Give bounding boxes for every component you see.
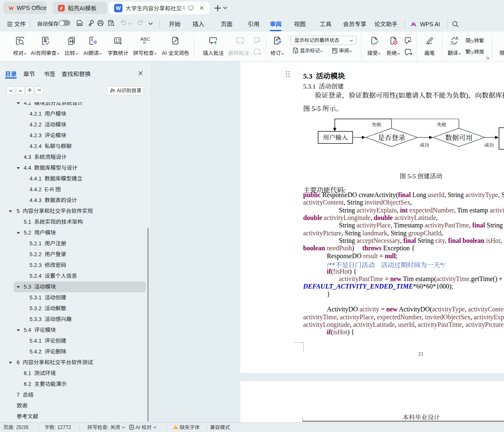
svg-text:文: 文 bbox=[450, 41, 455, 45]
svg-text:是否登录: 是否登录 bbox=[378, 134, 405, 142]
svg-text:W: W bbox=[116, 5, 121, 11]
svg-text:ABC: ABC bbox=[141, 37, 150, 42]
svg-text:成功: 成功 bbox=[484, 143, 494, 148]
svg-text:成功: 成功 bbox=[420, 143, 429, 148]
svg-text:数据可用: 数据可用 bbox=[445, 134, 473, 142]
svg-text:失败: 失败 bbox=[372, 122, 381, 127]
svg-text:用户输入: 用户输入 bbox=[323, 134, 348, 141]
svg-text:12: 12 bbox=[115, 38, 120, 43]
svg-text:失败: 失败 bbox=[437, 122, 447, 127]
svg-text:A: A bbox=[455, 36, 458, 41]
